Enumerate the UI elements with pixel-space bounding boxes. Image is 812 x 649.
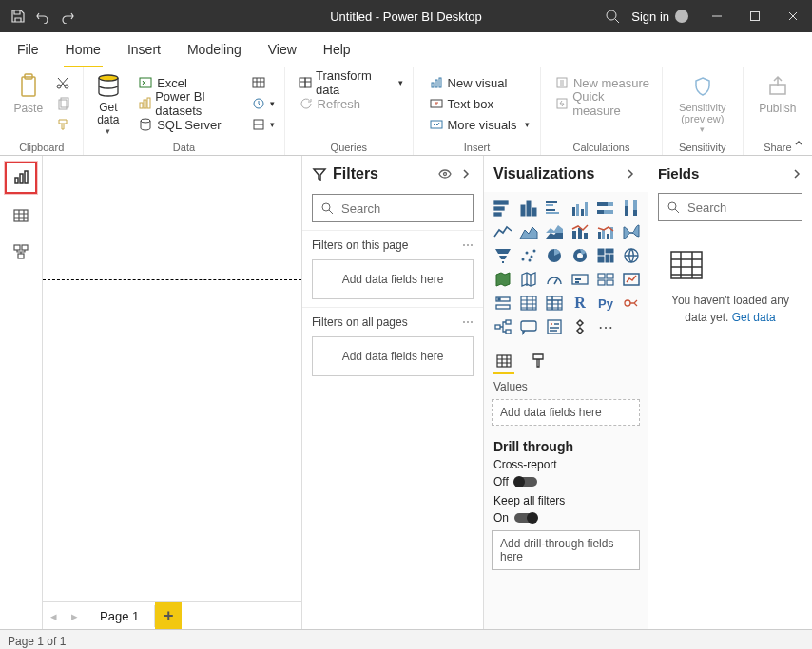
save-icon[interactable] <box>8 6 29 27</box>
text-box-button[interactable]: Text box <box>425 94 533 113</box>
more-icon[interactable]: ⋯ <box>462 239 474 252</box>
viz-scatter[interactable] <box>517 245 540 266</box>
copy-button[interactable] <box>51 94 74 113</box>
filters-on-all-drop[interactable]: Add data fields here <box>312 336 474 376</box>
drill-drop[interactable]: Add drill-through fields here <box>492 530 640 570</box>
sensitivity-button[interactable]: Sensitivity (preview) ▾ <box>669 71 736 142</box>
viz-filled-map[interactable] <box>492 269 514 290</box>
viz-stacked-bar[interactable] <box>492 198 514 219</box>
ribbon-collapse-button[interactable] <box>793 138 804 149</box>
cross-report-toggle[interactable]: Off <box>493 475 537 488</box>
data-view-button[interactable] <box>7 201 35 230</box>
report-view-button[interactable] <box>5 162 37 194</box>
viz-line-stacked-column[interactable] <box>569 221 591 242</box>
viz-slicer[interactable] <box>492 293 514 314</box>
fields-search-input[interactable] <box>686 200 794 216</box>
model-view-button[interactable] <box>7 238 35 266</box>
pbi-datasets-button[interactable]: Power BI datasets <box>134 94 241 113</box>
viz-gauge[interactable] <box>543 269 566 290</box>
more-icon[interactable]: ⋯ <box>462 315 474 329</box>
viz-funnel[interactable] <box>492 245 514 266</box>
format-tab[interactable] <box>528 351 549 372</box>
viz-r[interactable]: R <box>569 293 591 314</box>
close-button[interactable] <box>774 0 812 32</box>
viz-get-visuals[interactable] <box>569 316 591 337</box>
viz-python[interactable]: Py <box>594 293 617 314</box>
more-visuals-button[interactable]: More visuals▾ <box>425 115 533 134</box>
menu-insert[interactable]: Insert <box>126 36 163 63</box>
viz-narrative[interactable] <box>543 316 566 337</box>
filters-on-page-drop[interactable]: Add data fields here <box>312 259 474 299</box>
viz-100-stacked-column[interactable] <box>620 198 643 219</box>
titlebar-search-icon[interactable] <box>603 7 622 26</box>
viz-more[interactable]: ⋯ <box>594 316 617 337</box>
cross-report-label: Cross-report <box>493 458 638 471</box>
viz-shape-map[interactable] <box>517 269 540 290</box>
fields-search[interactable] <box>658 193 802 221</box>
filters-search-input[interactable] <box>339 200 465 217</box>
signin-button[interactable]: Sign in <box>622 10 698 24</box>
sql-server-button[interactable]: SQL Server <box>134 115 241 134</box>
viz-100-stacked-bar[interactable] <box>594 198 617 219</box>
new-visual-button[interactable]: New visual <box>425 73 533 92</box>
filters-search[interactable] <box>312 194 474 222</box>
refresh-button[interactable]: Refresh <box>295 94 408 113</box>
viz-line[interactable] <box>492 221 514 242</box>
viz-qna[interactable] <box>517 316 540 337</box>
next-page-button[interactable]: ▸ <box>64 605 85 626</box>
viz-clustered-column[interactable] <box>569 198 591 219</box>
maximize-button[interactable] <box>736 0 774 32</box>
viz-stacked-area[interactable] <box>543 221 566 242</box>
report-canvas[interactable] <box>43 156 301 601</box>
viz-stacked-column[interactable] <box>517 198 540 219</box>
viz-map[interactable] <box>620 245 643 266</box>
titlebar: Untitled - Power BI Desktop Sign in <box>0 0 812 32</box>
viz-ribbon[interactable] <box>620 221 643 242</box>
menu-view[interactable]: View <box>266 36 299 63</box>
menubar: File Home Insert Modeling View Help <box>0 32 812 67</box>
viz-line-clustered-column[interactable] <box>594 221 617 242</box>
redo-icon[interactable] <box>57 6 78 27</box>
get-data-button[interactable]: Get data ▾ <box>89 71 126 142</box>
page-tab-1[interactable]: Page 1 <box>85 605 155 627</box>
fields-tab[interactable] <box>493 351 514 374</box>
menu-help[interactable]: Help <box>321 36 353 63</box>
viz-donut[interactable] <box>569 245 591 266</box>
viz-treemap[interactable] <box>594 245 617 266</box>
add-page-button[interactable]: + <box>155 602 182 629</box>
prev-page-button[interactable]: ◂ <box>43 605 64 626</box>
undo-icon[interactable] <box>32 6 53 27</box>
values-drop[interactable]: Add data fields here <box>492 399 640 426</box>
publish-button[interactable]: Publish <box>751 71 804 142</box>
enter-data-button[interactable] <box>247 73 279 92</box>
viz-decomposition-tree[interactable] <box>492 316 514 337</box>
recent-sources-button[interactable]: ▾ <box>247 94 279 113</box>
minimize-button[interactable] <box>698 0 736 32</box>
collapse-filters-icon[interactable] <box>458 166 474 181</box>
viz-clustered-bar[interactable] <box>543 198 566 219</box>
menu-home[interactable]: Home <box>64 36 103 63</box>
menu-modeling[interactable]: Modeling <box>185 36 243 63</box>
keep-all-toggle[interactable]: On <box>493 511 537 525</box>
viz-kpi[interactable] <box>620 269 643 290</box>
viz-table[interactable] <box>517 293 540 314</box>
collapse-viz-icon[interactable] <box>623 166 638 181</box>
group-share-label: Share <box>764 142 791 153</box>
collapse-fields-icon[interactable] <box>791 168 802 180</box>
cut-button[interactable] <box>51 73 74 92</box>
viz-pie[interactable] <box>543 245 566 266</box>
menu-file[interactable]: File <box>15 36 41 63</box>
format-painter-button[interactable] <box>51 115 74 134</box>
quick-measure-button[interactable]: Quick measure <box>551 94 656 113</box>
dataverse-button[interactable]: ▾ <box>247 115 279 134</box>
viz-key-influencers[interactable] <box>620 293 643 314</box>
viz-multi-card[interactable] <box>594 269 617 290</box>
svg-rect-43 <box>546 204 553 206</box>
transform-data-button[interactable]: Transform data▾ <box>295 73 408 92</box>
eye-icon[interactable] <box>437 166 453 181</box>
viz-matrix[interactable] <box>543 293 566 314</box>
viz-area[interactable] <box>517 221 540 242</box>
viz-card[interactable] <box>569 269 591 290</box>
get-data-link[interactable]: Get data <box>732 311 776 324</box>
paste-button[interactable]: Paste <box>10 71 48 142</box>
